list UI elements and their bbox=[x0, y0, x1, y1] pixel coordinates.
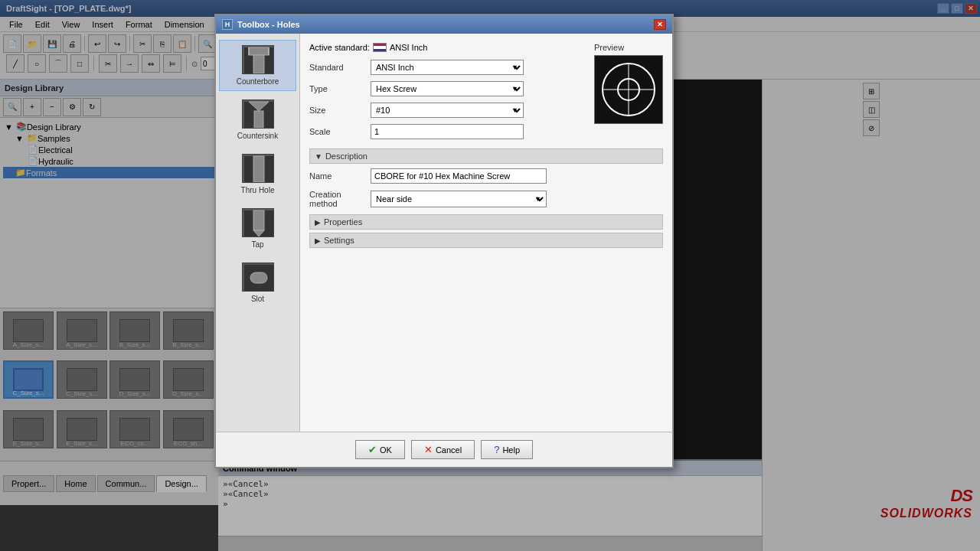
scale-row: Scale bbox=[309, 124, 663, 139]
dialog-overlay: H Toolbox - Holes ✕ bbox=[0, 0, 980, 551]
ok-label: OK bbox=[380, 445, 392, 455]
settings-arrow-icon: ▶ bbox=[315, 236, 321, 245]
nav-counterbore-label: Counterbore bbox=[237, 77, 279, 86]
us-flag-icon bbox=[373, 43, 387, 52]
preview-box bbox=[594, 55, 663, 124]
preview-section: Preview bbox=[594, 43, 663, 124]
help-button[interactable]: ? Help bbox=[481, 440, 533, 459]
size-label: Size bbox=[309, 106, 371, 115]
nav-thru-hole-label: Thru Hole bbox=[241, 186, 275, 194]
svg-rect-1 bbox=[249, 47, 269, 55]
properties-arrow-icon: ▶ bbox=[315, 218, 321, 227]
nav-thru-hole-icon bbox=[242, 154, 274, 183]
name-label: Name bbox=[309, 171, 371, 181]
nav-counterbore[interactable]: Counterbore bbox=[219, 40, 296, 91]
properties-label: Properties bbox=[324, 217, 362, 227]
settings-section[interactable]: ▶ Settings bbox=[309, 233, 663, 248]
cancel-label: Cancel bbox=[436, 445, 462, 455]
description-section-header[interactable]: ▼ Description bbox=[309, 148, 663, 164]
description-label: Description bbox=[325, 152, 368, 161]
dialog-main-content: Active standard: ANSI Inch Preview bbox=[300, 34, 672, 432]
nav-tap-label: Tap bbox=[251, 240, 263, 249]
size-select[interactable]: #10 #8 #6 bbox=[371, 103, 524, 118]
active-std-label: Active standard: bbox=[309, 43, 370, 52]
toolbox-holes-dialog: H Toolbox - Holes ✕ bbox=[214, 14, 674, 468]
dialog-footer: ✔ OK ✕ Cancel ? Help bbox=[216, 432, 672, 467]
type-label: Type bbox=[309, 84, 371, 93]
preview-label: Preview bbox=[594, 43, 663, 52]
help-icon: ? bbox=[494, 444, 499, 455]
type-select[interactable]: Hex Screw Socket Screw Phillips Screw bbox=[371, 81, 524, 96]
svg-rect-7 bbox=[254, 111, 263, 128]
dialog-left-nav: Counterbore Countersink bbox=[216, 34, 300, 432]
description-arrow-icon: ▼ bbox=[315, 152, 322, 161]
nav-slot-icon bbox=[242, 262, 274, 292]
nav-slot-label: Slot bbox=[251, 295, 264, 303]
ok-button[interactable]: ✔ OK bbox=[355, 440, 405, 459]
creation-method-label: Creation method bbox=[309, 190, 371, 208]
hole-preview-svg bbox=[598, 59, 659, 120]
svg-rect-14 bbox=[250, 272, 267, 283]
standard-select[interactable]: ANSI Inch ANSI Metric ISO bbox=[371, 60, 524, 75]
properties-section[interactable]: ▶ Properties bbox=[309, 214, 663, 230]
nav-slot[interactable]: Slot bbox=[219, 257, 296, 308]
nav-countersink-icon bbox=[242, 99, 274, 129]
name-row: Name bbox=[309, 168, 663, 184]
nav-countersink[interactable]: Countersink bbox=[219, 94, 296, 145]
dialog-title: Toolbox - Holes bbox=[237, 20, 300, 29]
help-label: Help bbox=[502, 445, 520, 455]
nav-tap-icon bbox=[242, 208, 274, 237]
cancel-button[interactable]: ✕ Cancel bbox=[411, 440, 475, 459]
ok-icon: ✔ bbox=[368, 444, 377, 455]
creation-method-select[interactable]: Near side Far side Both sides bbox=[371, 191, 547, 207]
nav-countersink-label: Countersink bbox=[237, 132, 278, 140]
svg-rect-9 bbox=[253, 156, 264, 182]
settings-label: Settings bbox=[324, 236, 354, 245]
scale-input[interactable] bbox=[371, 124, 524, 139]
dialog-title-icon: H bbox=[222, 19, 233, 30]
active-std-value: ANSI Inch bbox=[390, 43, 428, 52]
name-input[interactable] bbox=[371, 168, 547, 184]
cancel-icon: ✕ bbox=[424, 444, 433, 455]
description-section: ▼ Description Name Creation method Near … bbox=[309, 148, 663, 208]
dialog-title-bar: H Toolbox - Holes ✕ bbox=[216, 15, 672, 34]
creation-method-row: Creation method Near side Far side Both … bbox=[309, 190, 663, 208]
dialog-body: Counterbore Countersink bbox=[216, 34, 672, 432]
nav-thru-hole[interactable]: Thru Hole bbox=[219, 148, 296, 200]
svg-rect-2 bbox=[253, 55, 264, 73]
nav-counterbore-icon bbox=[242, 45, 274, 74]
standard-label: Standard bbox=[309, 63, 371, 72]
svg-rect-11 bbox=[253, 210, 264, 230]
scale-label: Scale bbox=[309, 127, 371, 136]
nav-tap[interactable]: Tap bbox=[219, 203, 296, 254]
dialog-close-button[interactable]: ✕ bbox=[654, 19, 666, 30]
